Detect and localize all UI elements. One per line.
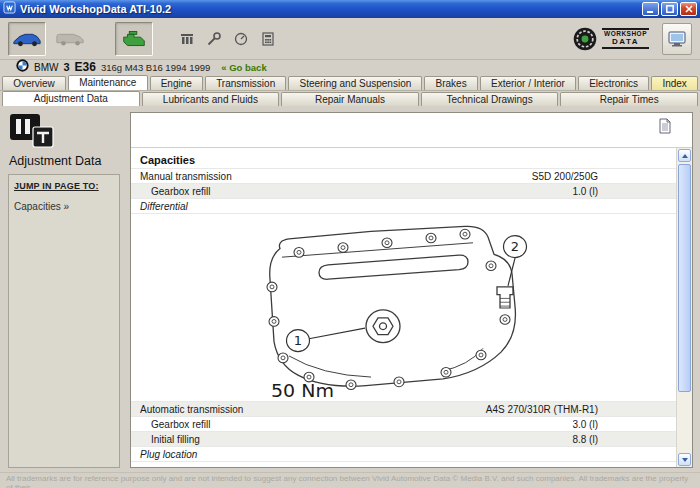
workshopdata-logo-text: WORKSHOP DATA [602,28,649,49]
jump-in-page-label: JUMP IN PAGE TO: [14,181,114,191]
vehicle-make: BMW [34,62,58,73]
scrollbar[interactable] [676,148,692,467]
car-button[interactable] [8,22,46,56]
maximize-button[interactable] [661,2,678,16]
calculator-button[interactable] [255,24,280,54]
callout-1-label: 1 [294,333,302,348]
table-row: Plug location [131,447,676,462]
tab-steering-and-suspension[interactable]: Steering and Suspension [288,76,422,90]
workshopdata-logo-icon [572,26,598,52]
gauge-icon [233,31,249,47]
minimize-icon [647,5,655,13]
jump-link-capacities[interactable]: Capacities » [14,201,114,212]
section-title: Capacities [131,148,676,169]
tab-engine[interactable]: Engine [150,76,203,90]
vehicle-series: 3 [63,61,69,73]
table-row: Automatic transmissionA4S 270/310R (THM-… [131,402,676,417]
row-value: 3.0 (l) [448,419,676,430]
jump-links: Capacities » [14,201,114,212]
tab-repair-manuals[interactable]: Repair Manuals [281,92,419,106]
van-icon [55,31,85,47]
row-label: Initial filling [131,434,448,445]
gauge-button[interactable] [228,24,253,54]
tab-index[interactable]: Index [651,76,698,90]
toolbar: WORKSHOP DATA [0,18,700,60]
go-back-link[interactable]: « Go back [221,62,266,73]
tab-overview[interactable]: Overview [2,76,66,90]
workshopdata-logo: WORKSHOP DATA [572,26,657,52]
close-icon [685,5,693,13]
table-row: Gearbox refill3.0 (l) [131,417,676,432]
row-label: Automatic transmission [131,404,448,415]
app-icon [3,0,16,18]
tab-exterior-interior[interactable]: Exterior / Interior [480,76,576,90]
columns-icon [179,31,195,47]
van-button[interactable] [51,22,89,56]
scroll-down-button[interactable] [678,453,691,466]
tab-lubricants-and-fluids[interactable]: Lubricants and Fluids [142,92,280,106]
tab-technical-drawings[interactable]: Technical Drawings [421,92,559,106]
footer: All trademarks are for reference purpose… [0,472,700,488]
titlebar: Vivid WorkshopData ATI-10.2 [0,0,700,18]
sidebar-title: Adjustment Data [9,154,120,168]
content-panel: Capacities Manual transmissionS5D 200/25… [130,112,693,468]
tab-repair-times[interactable]: Repair Times [560,92,698,106]
arrow-down-icon [682,458,688,462]
callout-2-label: 2 [511,239,519,254]
scroll-thumb[interactable] [678,164,691,392]
engine-icon [120,29,148,49]
content-header [131,113,692,147]
window-title: Vivid WorkshopData ATI-10.2 [20,3,638,15]
tab-adjustment-data[interactable]: Adjustment Data [2,91,140,106]
row-label: Gearbox refill [131,419,448,430]
torque-label: 50 Nm [271,381,334,402]
rows-bottom: Automatic transmissionA4S 270/310R (THM-… [131,402,676,462]
close-button[interactable] [680,2,697,16]
tab-electronics[interactable]: Electronics [578,76,649,90]
table-row: Initial filling8.8 (l) [131,432,676,447]
arrow-up-icon [682,154,688,158]
row-value: 8.8 (l) [448,434,676,445]
engine-button[interactable] [115,22,153,56]
row-label: Differential [131,201,448,212]
tab-maintenance[interactable]: Maintenance [68,75,148,90]
sub-tabs: Adjustment DataLubricants and FluidsRepa… [0,90,700,106]
maximize-icon [666,5,674,13]
rows-top: Manual transmissionS5D 200/250GGearbox r… [131,169,676,214]
app-window: Vivid WorkshopData ATI-10.2 [0,0,700,488]
window-controls [642,2,697,16]
technical-drawing: 1 2 50 Nm [131,214,676,402]
vehicle-model: E36 [75,60,96,74]
tab-transmission[interactable]: Transmission [205,76,286,90]
adjustment-data-icon [9,113,120,151]
table-row: Gearbox refill1.0 (l) [131,184,676,199]
row-value: 1.0 (l) [448,186,676,197]
table-row: Differential [131,199,676,214]
scroll-up-button[interactable] [678,149,691,162]
jump-in-page-box: JUMP IN PAGE TO: Capacities » [8,174,120,468]
main-tabs: OverviewMaintenanceEngineTransmissionSte… [0,74,700,90]
row-label: Gearbox refill [131,186,448,197]
table-row: Manual transmissionS5D 200/250G [131,169,676,184]
footer-text: All trademarks are for reference purpose… [6,474,688,488]
wrench-icon [206,31,222,47]
car-icon [12,31,42,47]
row-label: Manual transmission [131,171,448,182]
capacities-table: Capacities Manual transmissionS5D 200/25… [131,148,676,467]
table-frame: Capacities Manual transmissionS5D 200/25… [131,147,692,467]
row-value: A4S 270/310R (THM-R1) [448,404,676,415]
toolbar-tools-group [174,24,280,54]
row-label: Plug location [131,449,448,460]
minimize-button[interactable] [642,2,659,16]
elearning-button[interactable] [662,23,692,55]
columns-button[interactable] [174,24,199,54]
row-value: S5D 200/250G [448,171,676,182]
elearning-icon [667,30,687,48]
tab-brakes[interactable]: Brakes [424,76,477,90]
vehicle-bar: BMW 3 E36 316g M43 B16 1994 1999 « Go ba… [0,60,700,74]
wrench-button[interactable] [201,24,226,54]
calculator-icon [260,31,276,47]
brand-line2: DATA [612,38,639,46]
print-page-icon [658,118,672,134]
print-button[interactable] [658,118,674,136]
